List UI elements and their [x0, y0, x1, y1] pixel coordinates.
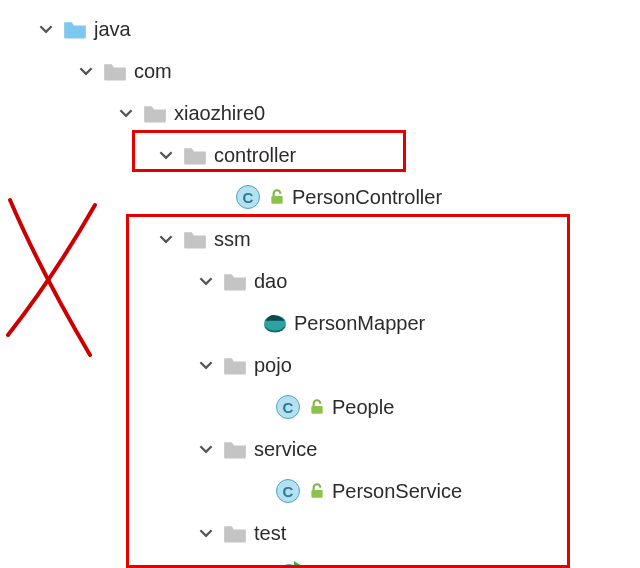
unlock-icon — [268, 188, 286, 206]
node-label: dao — [254, 270, 287, 293]
node-label: PersonService — [332, 480, 462, 503]
package-icon — [102, 60, 128, 82]
tree-node-pojo[interactable]: pojo — [0, 344, 640, 386]
package-icon — [222, 354, 248, 376]
package-icon — [222, 270, 248, 292]
tree-node-testdemo[interactable]: C TestDemo — [0, 554, 640, 568]
tree-node-service[interactable]: service — [0, 428, 640, 470]
chevron-down-icon[interactable] — [116, 103, 136, 123]
node-label: java — [94, 18, 131, 41]
node-label: TestDemo — [332, 564, 422, 569]
node-label: com — [134, 60, 172, 83]
chevron-down-icon[interactable] — [156, 229, 176, 249]
class-icon: C — [236, 185, 260, 209]
node-label: ssm — [214, 228, 251, 251]
tree-node-dao[interactable]: dao — [0, 260, 640, 302]
chevron-down-icon[interactable] — [36, 19, 56, 39]
package-icon — [182, 144, 208, 166]
unlock-icon — [308, 398, 326, 416]
project-tree: java com xiaozhire0 controller C — [0, 0, 640, 568]
tree-node-personcontroller[interactable]: C PersonController — [0, 176, 640, 218]
chevron-down-icon[interactable] — [196, 523, 216, 543]
tree-node-controller[interactable]: controller — [0, 134, 640, 176]
class-icon: C — [276, 479, 300, 503]
chevron-down-icon[interactable] — [76, 61, 96, 81]
folder-icon — [62, 18, 88, 40]
package-icon — [142, 102, 168, 124]
tree-node-com[interactable]: com — [0, 50, 640, 92]
class-icon: C — [276, 395, 300, 419]
unlock-icon — [308, 482, 326, 500]
node-label: xiaozhire0 — [174, 102, 265, 125]
svg-rect-0 — [271, 196, 282, 204]
package-icon — [222, 522, 248, 544]
mybatis-mapper-icon — [262, 311, 288, 335]
node-label: controller — [214, 144, 296, 167]
node-label: pojo — [254, 354, 292, 377]
node-label: PersonMapper — [294, 312, 425, 335]
tree-node-test[interactable]: test — [0, 512, 640, 554]
chevron-down-icon[interactable] — [196, 355, 216, 375]
package-icon — [222, 438, 248, 460]
chevron-down-icon[interactable] — [196, 271, 216, 291]
node-label: test — [254, 522, 286, 545]
node-label: PersonController — [292, 186, 442, 209]
svg-rect-3 — [311, 406, 322, 414]
chevron-down-icon[interactable] — [156, 145, 176, 165]
tree-node-personservice[interactable]: C PersonService — [0, 470, 640, 512]
package-icon — [182, 228, 208, 250]
tree-node-personmapper[interactable]: PersonMapper — [0, 302, 640, 344]
tree-node-ssm[interactable]: ssm — [0, 218, 640, 260]
tree-node-people[interactable]: C People — [0, 386, 640, 428]
node-label: service — [254, 438, 317, 461]
node-label: People — [332, 396, 394, 419]
chevron-down-icon[interactable] — [196, 439, 216, 459]
tree-node-java[interactable]: java — [0, 8, 640, 50]
class-runnable-icon: C — [276, 563, 302, 568]
tree-node-xiaozhire0[interactable]: xiaozhire0 — [0, 92, 640, 134]
svg-rect-4 — [311, 490, 322, 498]
